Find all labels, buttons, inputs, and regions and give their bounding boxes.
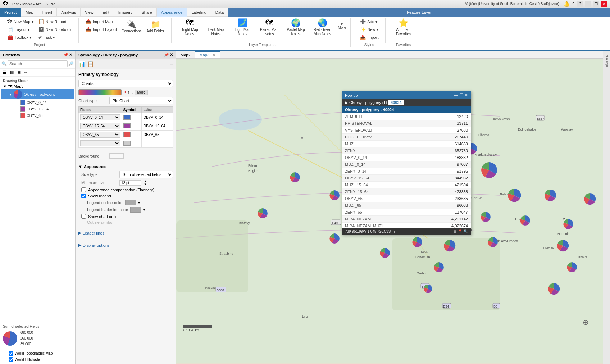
sym-type-select[interactable]: Charts Single Symbol Unique Values <box>78 80 173 87</box>
table-view-btn[interactable]: ▤ <box>9 69 15 76</box>
show-outline-checkbox[interactable] <box>81 214 86 219</box>
tab-data[interactable]: Data <box>211 8 228 17</box>
tab-share[interactable]: Share <box>137 8 157 17</box>
okresy-layer-item[interactable]: ▼ Okresy - polygony <box>1 89 74 99</box>
tab-labeling[interactable]: Labeling <box>187 8 211 17</box>
more-colors-btn[interactable]: More <box>135 90 148 95</box>
map3-item[interactable]: ▼ 🗺 Map3 <box>1 83 74 89</box>
background-swatch[interactable] <box>109 153 124 159</box>
pastel-map-button[interactable]: 🌍 Pastel Map Notes <box>283 18 308 37</box>
color-bar[interactable] <box>78 89 122 95</box>
search-go-icon[interactable]: 🔎 <box>68 61 74 66</box>
new-map-button[interactable]: 🗺 New Map ▾ <box>6 18 35 25</box>
legend-leader-dropdown[interactable]: ▾ <box>143 208 145 212</box>
sym-color-cell[interactable] <box>122 113 142 122</box>
filter-btn[interactable]: ⊞ <box>16 69 22 76</box>
color-scheme-up[interactable]: ↑ <box>128 90 130 94</box>
chart-type-select[interactable]: Pie Chart Bar Chart <box>109 97 173 104</box>
add-favorites-button[interactable]: ⭐ Add Item Favorites <box>391 18 416 37</box>
minimize-button[interactable]: — <box>585 1 591 7</box>
map3-tab[interactable]: Map3 ✕ <box>195 51 220 58</box>
contents-close-icon[interactable]: ✕ <box>69 53 72 57</box>
tab-project[interactable]: Project <box>0 8 21 17</box>
popup-window[interactable]: Pop-up — ❐ ✕ ▶ Okresy - polygony (1) 409… <box>342 91 471 235</box>
display-options-header[interactable]: ▶ Display options <box>78 241 173 249</box>
sym-pin-icon[interactable]: 📌 <box>164 53 169 57</box>
styles-new-button[interactable]: ✨ New ▾ <box>358 26 380 33</box>
tab-imagery[interactable]: Imagery <box>114 8 137 17</box>
sym-close-icon[interactable]: ✕ <box>170 53 173 57</box>
color-scheme-remove[interactable]: ✕ <box>123 90 126 95</box>
import-map-button[interactable]: 📥 Import Map <box>84 18 118 25</box>
list-view-btn[interactable]: ☰ <box>1 69 8 76</box>
draw-btn[interactable]: ✏ <box>23 69 29 76</box>
color-swatch[interactable] <box>123 141 131 146</box>
styles-add-button[interactable]: ➕ Add ▾ <box>358 18 379 25</box>
help-button[interactable]: ? <box>577 1 583 7</box>
legend-leader-swatch[interactable] <box>130 207 141 213</box>
more-btn[interactable]: ⋯ <box>29 69 36 76</box>
popup-field-row: MIRA_NEZAM_MUZI 4,022674 <box>342 223 471 229</box>
paired-map-button[interactable]: 🗺 Paired Map Notes <box>256 18 282 37</box>
new-layout-button[interactable]: 📄 Layout ▾ <box>6 26 35 33</box>
color-swatch[interactable] <box>123 132 131 137</box>
element-tab[interactable]: Element <box>604 53 610 70</box>
bright-map-button[interactable]: 🗺 Bright Map Notes <box>177 18 202 37</box>
toolbox-button[interactable]: 🧰 Toolbox ▾ <box>6 34 35 41</box>
light-map-button[interactable]: 🗾 Light Map Notes <box>230 18 255 37</box>
tab-map[interactable]: Map <box>21 8 38 17</box>
search-input[interactable] <box>8 60 68 67</box>
import-layout-button[interactable]: 📥 Import Layout <box>84 26 118 33</box>
tab-edit[interactable]: Edit <box>98 8 114 17</box>
world-hillshade-checkbox[interactable] <box>9 357 13 362</box>
min-size-input[interactable] <box>119 180 141 186</box>
field-selector[interactable]: OBYV_15_64 <box>80 123 120 129</box>
color-swatch[interactable] <box>123 115 131 120</box>
compensation-checkbox[interactable] <box>81 187 86 192</box>
background-row: Background <box>78 153 173 159</box>
map3-close[interactable]: ✕ <box>213 53 215 57</box>
pin-icon[interactable]: 📌 <box>63 53 68 57</box>
tab-appearance[interactable]: Appearance <box>157 8 187 17</box>
add-folder-button[interactable]: 📁 Add Folder <box>145 19 166 35</box>
tab-analysis[interactable]: Analysis <box>57 8 81 17</box>
dark-map-button[interactable]: 🗺 Dark Map Notes <box>203 18 228 37</box>
popup-restore-icon[interactable]: ❐ <box>460 93 463 97</box>
map-area[interactable]: Map2 Map3 ✕ <box>176 51 603 364</box>
tab-insert[interactable]: Insert <box>38 8 57 17</box>
world-topo-checkbox[interactable] <box>9 351 13 356</box>
popup-minimize-icon[interactable]: — <box>454 93 458 97</box>
connections-button[interactable]: 🔌 Connections <box>120 19 144 35</box>
task-button[interactable]: ✔ Task ▾ <box>37 34 73 41</box>
show-legend-checkbox[interactable] <box>81 194 86 198</box>
map2-tab[interactable]: Map2 <box>176 51 195 58</box>
color-scheme-down[interactable]: ↓ <box>131 90 133 94</box>
tab-view[interactable]: View <box>81 8 98 17</box>
new-report-button[interactable]: 📋 New Report <box>37 18 73 25</box>
sym-color-cell[interactable] <box>122 139 142 148</box>
legend-outline-swatch[interactable] <box>125 200 136 205</box>
appearance-title[interactable]: ▼ Appearance <box>78 164 173 169</box>
sym-menu-icon[interactable]: ≡ <box>170 61 173 67</box>
size-type-select[interactable]: Sum of selected fields Fixed size <box>119 171 173 178</box>
red-green-map-button[interactable]: 🌏 Red Green Map Notes <box>310 18 335 37</box>
min-size-stepper[interactable]: ▲ ▼ <box>144 179 147 186</box>
map-canvas[interactable]: Dresden Chemnitz Prague Central Bohemian… <box>176 59 603 363</box>
styles-import-button[interactable]: 📥 Import <box>358 34 380 41</box>
notebook-icon: 📓 <box>38 27 44 32</box>
color-swatch[interactable] <box>123 123 131 128</box>
sym-color-cell[interactable] <box>122 131 142 139</box>
sym-color-cell[interactable] <box>122 122 142 131</box>
restore-button[interactable]: ❐ <box>593 1 599 7</box>
more-templates-button[interactable]: ▶ More <box>336 18 347 33</box>
new-notebook-button[interactable]: 📓 New Notebook <box>37 26 73 33</box>
field-selector[interactable]: OBYV_65 <box>80 132 120 138</box>
svg-text:⊕: ⊕ <box>583 318 589 326</box>
close-button[interactable]: ✕ <box>601 1 607 7</box>
field-selector[interactable]: OBYV_0_14 <box>80 114 120 120</box>
popup-close-icon[interactable]: ✕ <box>465 93 468 97</box>
field-selector[interactable] <box>80 140 120 146</box>
legend-outline-dropdown[interactable]: ▾ <box>138 201 140 205</box>
leader-lines-header[interactable]: ▶ Leader lines <box>78 229 173 237</box>
sym-body: Primary symbology Charts Single Symbol U… <box>76 69 176 364</box>
